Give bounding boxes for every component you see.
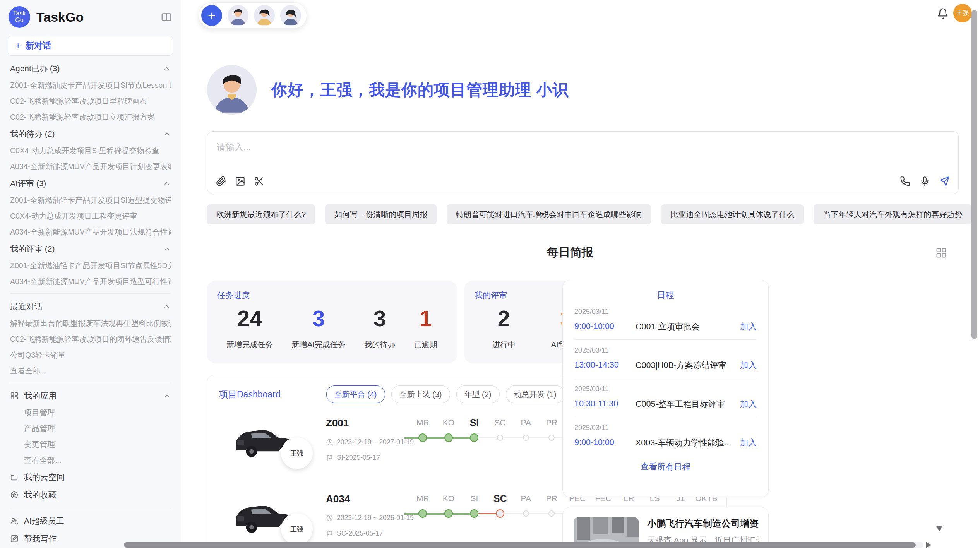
avatar[interactable]	[280, 5, 301, 26]
flag-icon	[326, 530, 333, 537]
section-ai-review[interactable]: AI评审 (3)	[10, 178, 171, 188]
news-title: 小鹏飞行汽车制造公司增资	[647, 517, 759, 529]
send-icon[interactable]	[939, 176, 950, 187]
recent-chat-item[interactable]: 解释最新出台的欧盟报废车法规再生塑料比例被调至15%...	[10, 319, 171, 327]
avatar[interactable]	[254, 5, 275, 26]
suggestion-chip[interactable]: 当下年轻人对汽车外观有怎样的喜好趋势	[814, 204, 971, 224]
sidebar-item[interactable]: C0X4-动力总成开发项目SI里程碑提交物检查	[10, 146, 171, 155]
sidebar-item[interactable]: C02-飞腾新能源轻客改款项目立项汇报方案	[10, 113, 171, 121]
microphone-icon[interactable]	[920, 176, 930, 187]
project-owner-badge: 王强	[281, 437, 313, 469]
chat-input-card	[207, 131, 959, 194]
filter-chip-body[interactable]: 全新上装 (3)	[391, 385, 450, 403]
clock-icon	[326, 438, 333, 446]
schedule-item: 2025/03/11 9:00-10:00 X003-车辆动力学性能验... 加…	[574, 417, 757, 456]
stat-new-completed: 24 新增完成任务	[226, 306, 273, 350]
recent-chat-item[interactable]: 公司Q3轻卡销量	[10, 351, 171, 359]
sidebar-scroll: Agent已办 (3) Z001-全新燃油皮卡产品开发项目SI节点Lesson …	[0, 63, 181, 548]
sidebar-item[interactable]: A034-全新新能源MUV产品开发项目计划变更表编写	[10, 162, 171, 171]
stat-new-ai-completed: 3 新增AI完成任务	[292, 306, 346, 350]
suggestion-chip[interactable]: 欧洲新规最近颁布了什么?	[207, 204, 315, 224]
scissors-icon[interactable]	[254, 176, 264, 187]
app-logo: Task Go	[9, 6, 30, 28]
new-chat-button[interactable]: + 新对话	[8, 36, 173, 56]
section-my-todo[interactable]: 我的待办 (2)	[10, 129, 171, 139]
greeting-text: 你好，王强，我是你的项目管理助理 小识	[271, 79, 569, 101]
sidebar-item[interactable]: Z001-全新燃油轻卡产品开发项目SI造型提交物评审	[10, 196, 171, 204]
project-name[interactable]: Z001	[326, 417, 349, 429]
section-agent-done[interactable]: Agent已办 (3)	[10, 63, 171, 74]
chevron-up-icon[interactable]	[163, 180, 171, 187]
card-title[interactable]: 任务进度	[217, 290, 447, 301]
input-send-tools	[900, 176, 950, 187]
image-icon[interactable]	[235, 176, 245, 187]
stat-overdue: 1 已逾期	[414, 306, 437, 350]
chevron-up-icon[interactable]	[163, 392, 171, 400]
sidebar-item[interactable]: A034-全新新能源MUV产品开发项目造型可行性评审	[10, 277, 171, 286]
user-avatar[interactable]: 王强	[953, 4, 972, 22]
chevron-up-icon[interactable]	[163, 245, 171, 253]
plus-icon: +	[15, 40, 21, 52]
sidebar-item[interactable]: Z001-全新燃油轻卡产品开发项目SI节点属性5D文件评审	[10, 261, 171, 270]
milestone-done	[418, 433, 427, 442]
vertical-scrollbar-thumb[interactable]	[971, 10, 977, 339]
assistant-avatar	[207, 65, 257, 115]
filter-chip-powertrain[interactable]: 动总开发 (1)	[506, 385, 565, 403]
recent-view-all[interactable]: 查看全部...	[10, 366, 171, 375]
my-cloud-space[interactable]: 我的云空间	[10, 472, 171, 482]
app-item-project-mgmt[interactable]: 项目管理	[24, 408, 171, 417]
horizontal-scrollbar-thumb[interactable]	[124, 542, 916, 548]
schedule-time: 10:30-11:30	[574, 399, 636, 409]
chat-input[interactable]	[216, 142, 875, 153]
join-link[interactable]: 加入	[740, 437, 757, 448]
join-link[interactable]: 加入	[740, 360, 757, 371]
suggestion-chip[interactable]: 特朗普可能对进口汽车增税会对中国车企造成哪些影响	[447, 204, 651, 224]
chevron-up-icon[interactable]	[163, 130, 171, 138]
dashboard-filters: 全新平台 (4) 全新上装 (3) 年型 (2) 动总开发 (1)	[326, 385, 565, 403]
input-attachment-tools	[216, 176, 264, 187]
paperclip-icon[interactable]	[216, 176, 226, 187]
tool-ai-super-staff[interactable]: AI超级员工	[10, 516, 171, 526]
divider	[10, 383, 171, 383]
chevron-up-icon[interactable]	[163, 303, 171, 310]
schedule-item: 2025/03/11 9:00-10:00 C001-立项审批会 加入	[574, 301, 757, 340]
view-all-schedule-link[interactable]: 查看所有日程	[574, 461, 757, 472]
dashboard-title[interactable]: 项目Dashboard	[219, 389, 281, 401]
daily-briefing-title: 每日简报	[182, 245, 959, 260]
join-link[interactable]: 加入	[740, 398, 757, 409]
chevron-up-icon[interactable]	[163, 65, 171, 72]
filter-chip-platform[interactable]: 全新平台 (4)	[326, 385, 385, 403]
schedule-time: 9:00-10:00	[574, 438, 636, 447]
app-item-change-mgmt[interactable]: 变更管理	[24, 440, 171, 449]
recent-chat-item[interactable]: C02-飞腾新能源轻客改款项目的闭环通告反馈情况	[10, 335, 171, 343]
sidebar-item[interactable]: A034-全新新能源MUV产品开发项目法规符合性评审	[10, 228, 171, 236]
section-recent-chats[interactable]: 最近对话	[10, 301, 171, 312]
join-link[interactable]: 加入	[740, 321, 757, 332]
suggestion-chip[interactable]: 如何写一份清晰的项目周报	[325, 204, 437, 224]
project-name[interactable]: A034	[326, 493, 350, 505]
phone-icon[interactable]	[900, 176, 910, 187]
notification-bell-icon[interactable]	[937, 8, 949, 19]
filter-chip-model-year[interactable]: 年型 (2)	[456, 385, 500, 403]
section-my-review[interactable]: 我的评审 (2)	[10, 244, 171, 254]
layout-grid-icon[interactable]	[935, 247, 947, 259]
sidebar-item[interactable]: Z001-全新燃油皮卡产品开发项目SI节点Lesson Learn报告	[10, 81, 171, 89]
apps-view-all[interactable]: 查看全部...	[24, 456, 171, 464]
my-favorites[interactable]: 我的收藏	[10, 490, 171, 500]
milestone-done	[444, 433, 453, 442]
sidebar: Task Go TaskGo + 新对话 Agent已办 (3) Z001-全新…	[0, 0, 181, 548]
sidebar-item[interactable]: C0X4-动力总成开发项目工程变更评审	[10, 212, 171, 220]
schedule-date: 2025/03/11	[574, 424, 757, 432]
sidebar-item[interactable]: C02-飞腾新能源轻客改款项目里程碑画布	[10, 97, 171, 105]
add-conversation-button[interactable]: +	[201, 5, 222, 26]
my-apps-header[interactable]: 我的应用	[10, 391, 171, 401]
scroll-right-arrow-icon[interactable]	[926, 542, 932, 548]
star-badge-icon	[10, 491, 19, 499]
sidebar-collapse-icon[interactable]	[161, 11, 172, 23]
app-item-product-mgmt[interactable]: 产品管理	[24, 424, 171, 433]
suggestion-chip[interactable]: 比亚迪全固态电池计划具体说了什么	[661, 204, 804, 224]
app-title: TaskGo	[36, 10, 154, 25]
scroll-down-arrow-icon[interactable]	[936, 526, 943, 531]
milestone-done	[418, 509, 427, 518]
avatar[interactable]	[228, 5, 248, 26]
